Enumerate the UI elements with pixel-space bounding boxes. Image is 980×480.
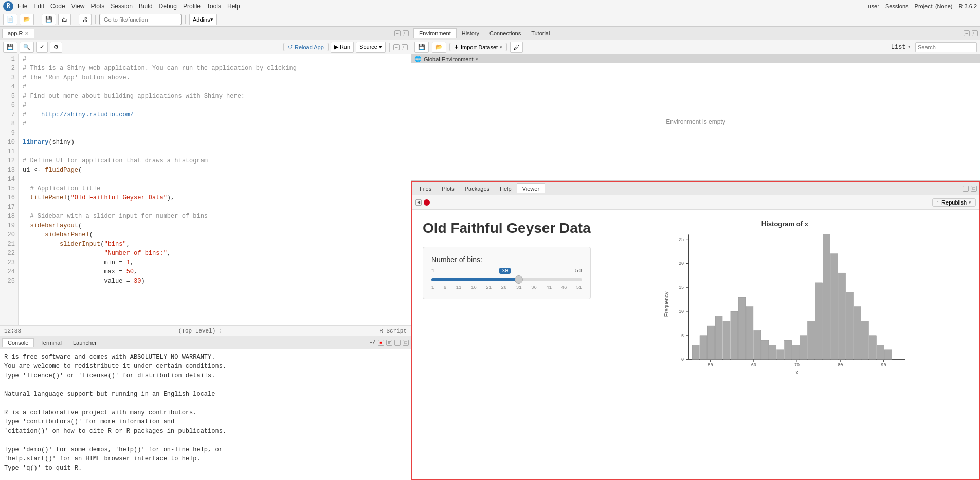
source-btn[interactable]: Source ▾ xyxy=(356,42,386,53)
menu-code[interactable]: Code xyxy=(50,3,65,10)
terminal-tab[interactable]: Terminal xyxy=(35,339,67,347)
line-numbers: 1 2 3 4 5 6 7 8 9 10 11 12 13 14 15 16 1 xyxy=(0,54,19,325)
svg-rect-28 xyxy=(707,326,715,359)
env-load-btn[interactable]: 📂 xyxy=(432,42,446,53)
env-brush-btn[interactable]: 🖊 xyxy=(510,42,523,53)
list-label: List xyxy=(891,44,906,51)
environment-tab[interactable]: Environment xyxy=(413,28,457,38)
env-save-btn[interactable]: 💾 xyxy=(414,42,429,53)
ln-2: 2 xyxy=(3,64,15,73)
editor-tab-bar: app.R ✕ — □ xyxy=(0,27,411,40)
svg-rect-39 xyxy=(792,345,799,360)
menu-bar: R File Edit Code View Plots Session Buil… xyxy=(0,0,980,12)
maximize-editor-btn[interactable]: □ xyxy=(403,30,409,36)
console-msg-11: Type 'demo()' for some demos, 'help()' f… xyxy=(4,445,407,454)
ln-4: 4 xyxy=(3,82,15,91)
history-tab[interactable]: History xyxy=(457,29,484,38)
maximize-viewer-btn[interactable]: □ xyxy=(971,186,977,192)
code-content[interactable]: # # This is a Shiny web application. You… xyxy=(19,54,411,325)
menu-plots[interactable]: Plots xyxy=(91,3,105,10)
reload-app-btn[interactable]: ↺ Reload App xyxy=(283,43,329,51)
packages-tab[interactable]: Packages xyxy=(460,184,495,193)
viewer-panel: Files Plots Packages Help Viewer — □ ◀ xyxy=(411,181,980,480)
editor-area: app.R ✕ — □ 💾 🔍 ✓ ⚙ ↺ Re xyxy=(0,27,411,336)
editor-tab-appr[interactable]: app.R ✕ xyxy=(2,29,34,38)
global-env-selector[interactable]: 🌐 Global Environment ▾ xyxy=(411,54,980,63)
menu-file[interactable]: File xyxy=(17,3,27,10)
viewer-back-btn[interactable]: ◀ xyxy=(415,199,422,206)
menu-view[interactable]: View xyxy=(71,3,85,10)
republish-icon: ↑ xyxy=(937,199,940,206)
minimize-viewer-btn[interactable]: — xyxy=(963,186,969,192)
console-tab[interactable]: Console xyxy=(2,338,34,347)
viewer-close-btn[interactable] xyxy=(424,199,430,206)
minimize-env-btn[interactable]: — xyxy=(964,30,970,36)
maximize-console-btn[interactable]: □ xyxy=(403,340,409,346)
console-msg-6 xyxy=(4,399,407,408)
save-script-btn[interactable]: 💾 xyxy=(3,42,17,53)
sep1 xyxy=(38,15,38,24)
save-all-btn[interactable]: 🗂 xyxy=(58,14,71,25)
files-tab[interactable]: Files xyxy=(414,184,437,193)
go-to-file-input[interactable] xyxy=(99,14,182,25)
shiny-app-title: Old Faithful Geyser Data xyxy=(423,220,591,236)
minimize-editor2-btn[interactable]: — xyxy=(393,44,400,50)
ln-13: 13 xyxy=(3,165,15,175)
connections-tab[interactable]: Connections xyxy=(484,29,526,38)
console-stop-btn[interactable]: ■ xyxy=(378,340,384,346)
shiny-left-panel: Old Faithful Geyser Data Number of bins:… xyxy=(423,220,591,469)
import-dropdown-arrow: ▾ xyxy=(500,45,502,50)
save-btn[interactable]: 💾 xyxy=(42,14,56,25)
search-btn[interactable]: 🔍 xyxy=(20,42,34,53)
open-btn[interactable]: 📂 xyxy=(20,14,34,25)
console-path: ~/ xyxy=(369,339,376,346)
menu-tools[interactable]: Tools xyxy=(207,3,221,10)
close-icon[interactable]: ✕ xyxy=(25,31,29,36)
code-line-19: sidebarLayout( xyxy=(23,221,407,230)
viewer-content: Old Faithful Geyser Data Number of bins:… xyxy=(412,210,979,479)
ln-18: 18 xyxy=(3,212,15,221)
menu-session[interactable]: Session xyxy=(111,3,133,10)
svg-text:25: 25 xyxy=(679,237,684,243)
import-icon: ⬇ xyxy=(454,44,459,50)
spellcheck-btn[interactable]: ✓ xyxy=(36,42,48,53)
code-tools-btn[interactable]: ⚙ xyxy=(50,42,62,53)
tutorial-tab[interactable]: Tutorial xyxy=(526,29,555,38)
main-toolbar: 📄 📂 💾 🗂 🖨 Addins ▾ xyxy=(0,12,980,27)
ln-25: 25 xyxy=(3,276,15,286)
menu-edit[interactable]: Edit xyxy=(33,3,44,10)
republish-btn[interactable]: ↑ Republish ▾ xyxy=(932,198,976,207)
minimize-console-btn[interactable]: — xyxy=(394,340,401,346)
viewer-tab[interactable]: Viewer xyxy=(517,183,545,193)
slider-thumb[interactable] xyxy=(515,275,523,284)
import-dataset-btn[interactable]: ⬇ Import Dataset ▾ xyxy=(449,43,507,51)
maximize-env-btn[interactable]: □ xyxy=(972,30,978,36)
svg-text:60: 60 xyxy=(751,363,756,368)
plots-tab[interactable]: Plots xyxy=(437,184,459,193)
ln-12: 12 xyxy=(3,156,15,165)
sessions-btn[interactable]: Sessions xyxy=(885,3,909,9)
env-search-input[interactable] xyxy=(915,42,977,52)
help-tab[interactable]: Help xyxy=(495,184,517,193)
republish-arrow: ▾ xyxy=(969,200,971,205)
slider-track[interactable] xyxy=(431,278,582,281)
console-content[interactable]: R is free software and comes with ABSOLU… xyxy=(0,349,411,480)
console-msg-3: Type 'licence()' or 'license()' for dist… xyxy=(4,371,407,380)
print-btn[interactable]: 🖨 xyxy=(79,14,92,25)
console-clear-btn[interactable]: 🗑 xyxy=(386,340,392,346)
tick-6: 6 xyxy=(444,285,446,290)
maximize-editor2-btn[interactable]: □ xyxy=(402,44,408,50)
menu-debug[interactable]: Debug xyxy=(159,3,177,10)
run-btn[interactable]: ▶ Run xyxy=(331,42,354,53)
launcher-tab[interactable]: Launcher xyxy=(68,339,102,347)
svg-text:5: 5 xyxy=(681,334,684,339)
menu-build[interactable]: Build xyxy=(139,3,153,10)
console-msg-4 xyxy=(4,380,407,390)
project-label: Project: (None) xyxy=(915,3,953,9)
addins-btn[interactable]: Addins ▾ xyxy=(189,14,217,25)
code-line-13: ui <- fluidPage( xyxy=(23,165,407,175)
menu-profile[interactable]: Profile xyxy=(183,3,201,10)
menu-help[interactable]: Help xyxy=(227,3,240,10)
minimize-editor-btn[interactable]: — xyxy=(394,30,401,36)
new-file-btn[interactable]: 📄 xyxy=(3,14,17,25)
